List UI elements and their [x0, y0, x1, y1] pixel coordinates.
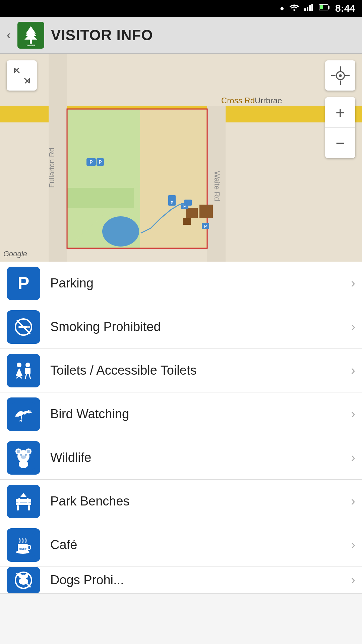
toilets-chevron: › — [351, 363, 355, 378]
wildlife-label: Wildlife — [50, 450, 351, 465]
svg-rect-85 — [16, 499, 31, 502]
bird-watching-label: Bird Watching — [50, 407, 351, 421]
list-item-wildlife[interactable]: Wildlife › — [0, 436, 362, 480]
svg-rect-86 — [16, 502, 31, 505]
svg-text:Waite Rd: Waite Rd — [213, 171, 221, 201]
park-benches-icon — [7, 485, 40, 518]
svg-rect-26 — [183, 218, 191, 225]
list-item-dogs-prohibited[interactable]: Dogs Prohi... › — [0, 567, 362, 594]
list-item-bird-watching[interactable]: Bird Watching › — [0, 392, 362, 436]
svg-rect-6 — [320, 5, 323, 9]
svg-point-22 — [102, 216, 139, 247]
wildlife-chevron: › — [351, 450, 355, 465]
list-item-cafe[interactable]: CAFE Café › — [0, 523, 362, 567]
park-benches-label: Park Benches — [50, 494, 351, 508]
svg-rect-87 — [17, 505, 19, 511]
svg-rect-65 — [25, 368, 31, 374]
parking-chevron: › — [351, 276, 355, 290]
svg-text:P: P — [18, 273, 29, 293]
svg-rect-41 — [168, 195, 176, 201]
smoking-label: Smoking Prohibited — [50, 320, 351, 334]
svg-rect-0 — [304, 8, 306, 11]
svg-rect-42 — [184, 200, 192, 206]
park-benches-chevron: › — [351, 494, 355, 508]
svg-point-78 — [17, 450, 20, 453]
smoking-chevron: › — [351, 320, 355, 334]
toilets-label: Toilets / Accessible Toilets — [50, 363, 351, 378]
svg-text:P: P — [99, 159, 102, 165]
dogs-prohibited-chevron: › — [351, 573, 355, 587]
svg-point-46 — [339, 74, 342, 77]
list-item-toilets[interactable]: Toilets / Accessible Toilets › — [0, 349, 362, 392]
clock: 8:44 — [335, 3, 355, 14]
list-item-park-benches[interactable]: Park Benches › — [0, 480, 362, 523]
svg-point-95 — [16, 550, 29, 554]
battery-icon — [319, 4, 330, 13]
my-location-button[interactable] — [325, 60, 355, 91]
svg-point-59 — [17, 363, 21, 367]
svg-marker-19 — [140, 109, 207, 248]
svg-rect-1 — [307, 7, 308, 11]
svg-rect-88 — [28, 505, 30, 511]
svg-rect-3 — [311, 4, 313, 11]
parking-icon: P — [7, 267, 40, 300]
list-item-parking[interactable]: P Parking › — [0, 262, 362, 305]
app-logo: WAITE — [17, 22, 44, 49]
svg-point-70 — [29, 410, 30, 411]
svg-text:Fullarton Rd: Fullarton Rd — [48, 148, 56, 188]
svg-rect-58 — [12, 359, 35, 382]
bird-watching-chevron: › — [351, 407, 355, 421]
toilets-icon — [7, 354, 40, 387]
status-bar: ● 8:44 — [0, 0, 362, 17]
svg-text:Cross Rd: Cross Rd — [221, 96, 255, 105]
svg-point-80 — [21, 455, 26, 459]
location-status-icon: ● — [280, 4, 284, 13]
svg-rect-24 — [186, 208, 198, 218]
svg-rect-21 — [67, 188, 134, 208]
svg-rect-57 — [27, 326, 30, 328]
svg-point-82 — [25, 454, 27, 456]
page-title: VISITOR INFO — [51, 27, 153, 44]
svg-rect-2 — [309, 5, 311, 11]
header: ‹ WAITE VISITOR INFO — [0, 17, 362, 54]
svg-text:CAFE: CAFE — [19, 547, 27, 551]
map-expand-button[interactable] — [7, 60, 37, 91]
parking-label: Parking — [50, 276, 351, 290]
svg-rect-89 — [18, 498, 20, 505]
svg-point-83 — [19, 460, 28, 468]
map-zoom-controls[interactable]: + − — [325, 97, 355, 158]
svg-rect-56 — [18, 326, 28, 328]
no-smoking-icon — [7, 310, 40, 344]
svg-text:P: P — [171, 201, 173, 205]
svg-rect-90 — [27, 498, 28, 505]
cafe-chevron: › — [351, 538, 355, 552]
svg-text:WAITE: WAITE — [26, 44, 35, 47]
zoom-out-button[interactable]: − — [325, 128, 355, 158]
bird-watching-icon — [7, 397, 40, 431]
svg-rect-5 — [328, 6, 329, 9]
map: P P P P P Cross Rd Urrbrae Fullarton Rd … — [0, 54, 362, 262]
cafe-label: Café — [50, 538, 351, 552]
signal-icon — [304, 4, 314, 13]
svg-text:Urrbrae: Urrbrae — [255, 96, 282, 105]
svg-point-81 — [20, 454, 22, 456]
cafe-icon: CAFE — [7, 528, 40, 562]
zoom-in-button[interactable]: + — [325, 97, 355, 127]
svg-point-64 — [25, 363, 30, 367]
svg-text:P: P — [89, 159, 93, 165]
svg-point-79 — [27, 450, 30, 453]
google-attribution: Google — [3, 250, 27, 258]
list-item-smoking[interactable]: Smoking Prohibited › — [0, 305, 362, 349]
svg-text:P: P — [204, 224, 207, 229]
dogs-prohibited-label: Dogs Prohi... — [50, 573, 351, 587]
wildlife-icon — [7, 441, 40, 475]
visitor-info-list: P Parking › Smoking Prohibited › — [0, 262, 362, 594]
svg-rect-25 — [199, 205, 213, 218]
wifi-icon — [290, 4, 299, 13]
back-button[interactable]: ‹ — [7, 28, 11, 42]
dogs-prohibited-icon — [7, 567, 40, 594]
